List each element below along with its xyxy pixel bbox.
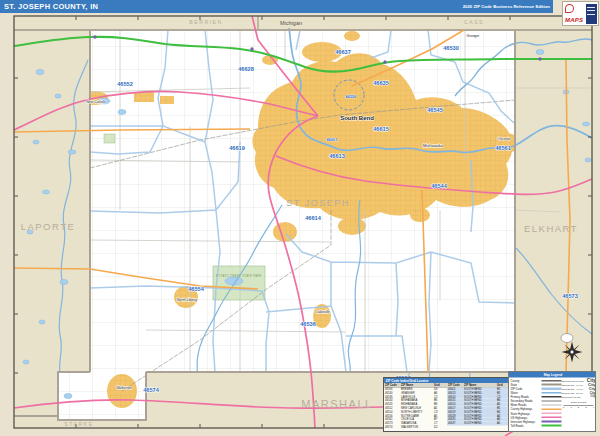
legend-city-label: Cities under 10,000 [562,395,581,398]
zip-label-46554: 46554 [188,286,204,292]
map-page: BERRIENCASSLAPORTEELKHARTST JOSEPHMARSHA… [0,0,600,436]
zip-table-cell: D2 [434,425,445,429]
legend-line-sample [542,380,562,382]
scale-tick: 3 [585,406,586,409]
legend-item-label: State Highways [511,412,542,415]
city-label: New Carlisle [86,100,106,104]
city-label: Walkerton [116,386,132,390]
legend-item-label: Toll Roads [511,424,542,427]
legend-item-label: Minor Roads [511,404,542,407]
county-label-marshall: MARSHALL [301,398,372,410]
legend-item-label: ZIP Code [511,387,542,390]
legend-line-sample [542,396,562,398]
legend-city-sample: City [590,391,596,394]
zip-table-cell: 46574 [385,425,401,429]
page-title: ST. JOSEPH COUNTY, IN [4,0,98,13]
park-label: POTATO CREEK STATE PARK [216,274,262,278]
scale-tick: 0 [563,406,564,409]
zip-table-header: Grid [434,383,445,387]
scale-ticks: 01234 [563,406,594,409]
zip-table-row: 46637SOUTH BENDA5 [447,421,509,425]
zip-label-46556: 46556 [346,94,358,99]
legend-line-sample [542,425,562,427]
zip-label-46544: 46544 [431,183,447,189]
compass-rose-icon [562,342,583,363]
legend-item-label: Water [511,391,542,394]
zip-label-46545: 46545 [427,107,443,113]
legend-item-toll-roads: Toll Roads [511,424,562,428]
legend-city-label: Cities 25,000 - 49,999 [562,387,583,390]
legend-item-label: Primary Roads [511,395,542,398]
zip-table-cell: 46637 [448,421,464,425]
zip-table-header: Grid [497,383,508,387]
zip-table-header: ZIP Code [448,383,464,387]
legend-line-sample [542,392,562,394]
zip-table-header: ZIP Name [464,383,497,387]
edition-label: 2020 ZIP Code Business Reference Edition [463,0,550,13]
map-legend: Map Legend CountyStateZIP CodeWaterPrima… [508,371,596,432]
legend-city-items: Cities 100,000 & AboveCityCities 50,000 … [562,379,596,399]
legend-line-sample [542,408,562,410]
zip-label-46635: 46635 [373,80,389,86]
legend-city-label: Cities 50,000 - 99,999 [562,383,583,386]
zip-label-46561: 46561 [495,145,511,151]
city-label: South Bend [340,115,374,121]
zip-label-46619: 46619 [229,145,245,151]
legend-line-sample [542,401,562,402]
zip-index-table: ZIP Code Index/Grid Locator ZIP CodeZIP … [383,377,509,432]
legend-line-sample [542,387,562,390]
legend-item-label: Secondary Roads [511,400,542,403]
zip-label-46552: 46552 [117,81,133,87]
city-label: Granger [467,34,481,38]
legend-item-label: County Highways [511,408,542,411]
logo-blue-panel [586,4,597,24]
zip-table-header: ZIP Code [385,383,401,387]
city-label: Osceola [498,137,511,141]
zip-label-46637: 46637 [335,49,351,55]
zip-table-cell: A5 [497,421,508,425]
legend-city-sample: City [591,395,596,398]
zip-table-row: 46574WALKERTOND2 [384,425,447,429]
state-label: Michigan [280,20,302,26]
county-label-elkhart: ELKHART [524,223,578,234]
logo-swirl-icon [565,4,574,13]
zip-table-cell: WALKERTON [401,425,434,429]
legend-city-item: Cities under 10,000City [562,395,596,399]
legend-line-sample [542,413,562,415]
legend-city-label: Cities 100,000 & Above [562,379,585,382]
county-label-starke: STARKE [64,421,93,427]
zip-label-46574: 46574 [143,387,159,393]
legend-line-sample [542,384,562,386]
zip-table-right-column: ZIP CodeZIP NameGrid46601SOUTH BENDB5466… [447,383,509,429]
legend-city-label: Cities 10,000 - 24,999 [562,391,583,394]
zip-table-left-column: ZIP CodeZIP NameGrid46506BREMEND646530GR… [384,383,447,429]
city-label: Mishawaka [423,143,444,148]
zip-label-46601: 46601 [327,137,339,142]
zip-label-46615: 46615 [373,126,389,132]
scale-tick: 4 [593,406,594,409]
zip-label-46613: 46613 [329,153,345,159]
zip-label-46614: 46614 [305,215,321,221]
legend-line-sample [542,405,562,406]
scale-tick: 1 [570,406,571,409]
publisher-logo: MAPS [562,1,599,26]
zip-label-46573: 46573 [562,293,578,299]
legend-line-sample [542,417,562,419]
legend-line-items: CountyStateZIP CodeWaterPrimary RoadsSec… [511,379,562,428]
legend-item-label: Interstate Highways [511,420,542,423]
zip-table-cell: SOUTH BEND [464,421,497,425]
county-label-berrien: BERRIEN [189,19,223,25]
zip-table-header: ZIP Name [401,383,434,387]
zip-label-46536: 46536 [300,321,316,327]
legend-scale: Scale in Miles 01234 [562,401,596,409]
zip-label-46530: 46530 [443,45,459,51]
county-label-cass: CASS [464,19,484,25]
zip-label-46628: 46628 [238,66,254,72]
legend-item-label: US Highways [511,416,542,419]
route-shield [561,334,573,343]
city-label: North Liberty [177,298,197,302]
county-label-laporte: LAPORTE [21,221,76,232]
city-label: Lakeville [316,310,330,314]
legend-line-sample [542,420,562,422]
title-bar: ST. JOSEPH COUNTY, IN 2020 ZIP Code Busi… [0,0,553,13]
